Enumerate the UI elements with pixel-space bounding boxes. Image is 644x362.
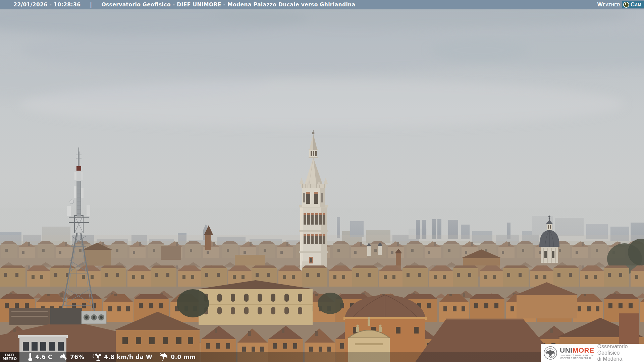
camera-title: Osservatorio Geofisico - DIEF UNIMORE - … xyxy=(101,2,355,8)
unimore-wordmark: UNIMORE xyxy=(560,347,594,354)
top-overlay-bar: 22/01/2026 - 10:28:36 | Osservatorio Geo… xyxy=(0,0,644,9)
observatory-line2: di Modena xyxy=(597,356,644,362)
timestamp: 22/01/2026 - 10:28:36 xyxy=(13,2,80,8)
camera-lens-icon xyxy=(623,2,629,8)
thermometer-icon xyxy=(28,353,33,362)
camera-caption: 22/01/2026 - 10:28:36 | Osservatorio Geo… xyxy=(0,2,355,8)
precipitation-reading: 0.0 mm xyxy=(159,353,196,361)
unimore-credit-box: UNIMORE UNIVERSITÀ DEGLI STUDI DI MODENA… xyxy=(541,344,644,362)
dati-meteo-label: DATI METEO xyxy=(0,352,19,362)
wordmark-uni: UNI xyxy=(560,346,573,354)
weathercam-word-cam: Cam xyxy=(631,1,641,8)
weathercam-badge: Cam xyxy=(622,1,644,8)
university-subtitle: UNIVERSITÀ DEGLI STUDI DI MODENA E REGGI… xyxy=(560,354,594,359)
anemometer-icon xyxy=(92,353,102,361)
wind-reading: 4.8 km/h da W xyxy=(92,353,152,361)
weathercam-word-weather: Weather xyxy=(597,1,620,8)
caption-separator: | xyxy=(90,2,92,8)
subtitle-line2: MODENA E REGGIO EMILIA xyxy=(560,357,594,360)
temperature-value: 4.6 C xyxy=(35,354,52,360)
webcam-frame: 22/01/2026 - 10:28:36 | Osservatorio Geo… xyxy=(0,0,644,362)
subtitle-line1: UNIVERSITÀ DEGLI STUDI DI xyxy=(560,354,594,357)
wordmark-more: MORE xyxy=(573,346,594,354)
weathercam-logo: Weather Cam xyxy=(597,0,644,9)
city-panorama-photo xyxy=(0,0,644,362)
temperature-reading: 4.6 C xyxy=(28,353,52,362)
observatory-name: Osservatorio Geofisico di Modena xyxy=(597,344,644,362)
humidity-reading: 76% xyxy=(59,353,84,361)
humidity-drops-icon xyxy=(59,353,68,361)
wind-value: 4.8 km/h da W xyxy=(104,354,152,360)
unimore-wordmark-block: UNIMORE UNIVERSITÀ DEGLI STUDI DI MODENA… xyxy=(560,347,594,359)
humidity-value: 76% xyxy=(70,354,84,360)
umbrella-icon xyxy=(159,353,168,361)
unimore-seal-logo xyxy=(543,345,558,361)
precipitation-value: 0.0 mm xyxy=(171,354,196,360)
observatory-line1: Osservatorio Geofisico xyxy=(597,344,644,356)
meteo-line: METEO xyxy=(3,357,17,361)
